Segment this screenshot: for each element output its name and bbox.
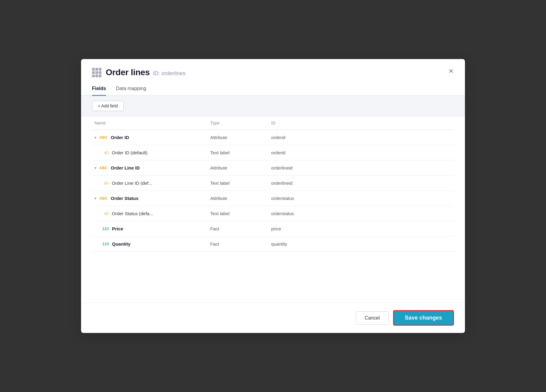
table-row[interactable]: 123QuantityFactquantity: [92, 236, 454, 252]
modal-overlay: Order lines ID: orderlines × Fields Data…: [0, 0, 546, 392]
table-header: Name Type ID: [92, 116, 454, 130]
row-name-cell: ▾ABCOrder ID: [94, 135, 210, 140]
row-name-cell: 🏷Order Status (defa...: [104, 211, 210, 216]
row-name-cell: 123Quantity: [94, 241, 210, 247]
table-row[interactable]: ▾ABCOrder StatusAttributeorderstatus: [92, 191, 454, 206]
abc-icon: ABC: [99, 166, 108, 170]
row-type-cell: Fact: [210, 226, 271, 231]
numeric-icon: 123: [102, 227, 109, 231]
row-name-text: Order ID: [111, 135, 129, 140]
row-type-cell: Text label: [210, 180, 271, 186]
row-id-cell: price: [271, 226, 452, 231]
abc-icon: ABC: [99, 135, 108, 140]
close-button[interactable]: ×: [446, 66, 456, 76]
tabs-container: Fields Data mapping: [81, 83, 465, 96]
row-type-cell: Attribute: [210, 135, 271, 140]
table-row[interactable]: 🏷Order Line ID (def...Text labelorderlin…: [92, 176, 454, 191]
modal-header: Order lines ID: orderlines ×: [81, 59, 465, 77]
tab-data-mapping[interactable]: Data mapping: [116, 83, 146, 96]
numeric-icon: 123: [102, 242, 109, 246]
save-button[interactable]: Save changes: [393, 310, 454, 326]
row-type-cell: Fact: [210, 241, 271, 247]
row-id-cell: orderlineid: [271, 165, 452, 170]
row-type-cell: Attribute: [210, 165, 271, 170]
col-header-name: Name: [94, 121, 210, 125]
row-name-text: Order ID (default): [112, 150, 147, 155]
toolbar: + Add field: [81, 96, 465, 116]
row-name-text: Order Status: [111, 196, 139, 201]
row-id-cell: orderlineid: [271, 180, 452, 186]
row-name-text: Quantity: [112, 241, 131, 247]
chevron-icon[interactable]: ▾: [94, 135, 96, 140]
modal-title-group: Order lines ID: orderlines: [106, 68, 186, 77]
table-row[interactable]: ▾ABCOrder IDAttributeorderid: [92, 130, 454, 145]
col-header-type: Type: [210, 121, 271, 125]
tag-icon: 🏷: [104, 211, 109, 216]
tag-icon: 🏷: [104, 180, 109, 186]
table-row[interactable]: 123PriceFactprice: [92, 221, 454, 236]
chevron-icon[interactable]: ▾: [94, 166, 96, 170]
modal-id: ID: orderlines: [153, 70, 186, 76]
modal-title: Order lines: [106, 68, 150, 77]
table-row[interactable]: ▾ABCOrder Line IDAttributeorderlineid: [92, 160, 454, 176]
cancel-button[interactable]: Cancel: [356, 311, 389, 325]
modal: Order lines ID: orderlines × Fields Data…: [81, 59, 465, 333]
table-container: Name Type ID ▾ABCOrder IDAttributeorderi…: [81, 116, 465, 303]
add-field-button[interactable]: + Add field: [92, 101, 124, 111]
row-id-cell: orderid: [271, 150, 452, 155]
abc-icon: ABC: [99, 196, 108, 201]
row-type-cell: Attribute: [210, 196, 271, 201]
row-name-cell: 🏷Order Line ID (def...: [104, 180, 210, 186]
row-name-text: Order Line ID: [111, 165, 140, 170]
row-name-cell: ▾ABCOrder Line ID: [94, 165, 210, 170]
row-name-cell: 123Price: [94, 226, 210, 231]
row-id-cell: orderstatus: [271, 196, 452, 201]
row-name-text: Order Status (defa...: [112, 211, 153, 216]
grid-icon: [92, 68, 101, 77]
footer: Cancel Save changes: [81, 303, 465, 333]
table-body: ▾ABCOrder IDAttributeorderid🏷Order ID (d…: [92, 130, 454, 252]
row-name-text: Price: [112, 226, 123, 231]
row-name-cell: ▾ABCOrder Status: [94, 196, 210, 201]
row-id-cell: orderstatus: [271, 211, 452, 216]
table-row[interactable]: 🏷Order ID (default)Text labelorderid: [92, 145, 454, 160]
row-id-cell: orderid: [271, 135, 452, 140]
col-header-id: ID: [271, 121, 452, 125]
row-type-cell: Text label: [210, 150, 271, 155]
row-name-text: Order Line ID (def...: [112, 180, 152, 186]
tag-icon: 🏷: [104, 150, 109, 155]
tab-fields[interactable]: Fields: [92, 83, 106, 96]
row-type-cell: Text label: [210, 211, 271, 216]
chevron-icon[interactable]: ▾: [94, 196, 96, 201]
row-id-cell: quantity: [271, 241, 452, 247]
table-row[interactable]: 🏷Order Status (defa...Text labelordersta…: [92, 206, 454, 221]
row-name-cell: 🏷Order ID (default): [104, 150, 210, 155]
